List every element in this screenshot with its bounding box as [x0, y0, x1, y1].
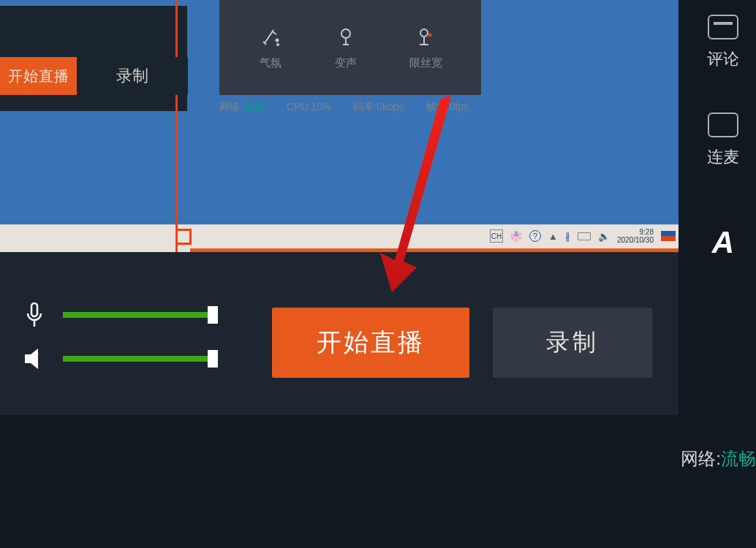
crop-handle[interactable] [175, 229, 192, 245]
svg-point-1 [277, 44, 279, 45]
bitrate-stat: 码率:0kbps [353, 101, 404, 114]
cpu-stat: CPU:10% [287, 101, 331, 114]
slider-knob[interactable] [208, 350, 218, 368]
help-icon: ? [529, 230, 541, 242]
stats-bar: 网络:连畅 CPU:10% 码率:0kbps 帧率:0fps [219, 101, 481, 114]
start-live-button-small[interactable]: 开始直播 [0, 57, 77, 95]
speaker-icon[interactable] [22, 349, 47, 369]
start-live-button[interactable]: 开始直播 [272, 308, 469, 378]
control-panel: 开始直播 录制 [0, 252, 678, 415]
preview-taskbar: CH 👘 ? ▲ ∦ 🔈 9:28 2020/10/30 [0, 224, 678, 252]
fps-stat: 帧率:0fps [426, 101, 469, 114]
mic-icon[interactable] [22, 302, 47, 328]
svg-point-2 [341, 29, 350, 38]
right-sidebar: 评论 连麦 A [690, 0, 756, 415]
voice-icon [334, 26, 358, 49]
svg-point-0 [276, 39, 278, 41]
system-tray: CH 👘 ? ▲ ∦ 🔈 9:28 2020/10/30 [490, 228, 676, 244]
gift-tool[interactable]: 限丝宽 [409, 26, 442, 70]
svg-point-3 [420, 29, 428, 37]
voice-tool[interactable]: 变声 [334, 26, 358, 70]
footer-network-status: 网络:流畅 [681, 447, 756, 471]
third-tab[interactable]: A [712, 225, 734, 260]
mic-volume-row [22, 302, 216, 328]
record-button-small[interactable]: 录制 [77, 57, 188, 95]
speaker-volume-slider[interactable] [63, 356, 216, 362]
bluetooth-icon: ∦ [565, 231, 570, 242]
mood-tool[interactable]: 气氛 [259, 26, 282, 70]
record-button[interactable]: 录制 [493, 308, 652, 378]
guide-line [175, 0, 178, 252]
slider-knob[interactable] [208, 306, 218, 324]
speaker-volume-row [22, 349, 216, 369]
svg-point-4 [428, 33, 432, 37]
main-preview-area: CH 👘 ? ▲ ∦ 🔈 9:28 2020/10/30 开始直播 录制 [0, 0, 678, 415]
network-stat: 网络:连畅 [219, 101, 265, 114]
volume-tray-icon: 🔈 [598, 231, 610, 242]
selection-edge [190, 248, 678, 252]
flag-icon [661, 231, 676, 241]
tools-panel: 气氛 变声 限丝宽 [219, 0, 481, 95]
mood-icon [259, 26, 282, 49]
comments-tab[interactable]: 评论 [707, 15, 739, 70]
connect-icon [708, 113, 738, 137]
tray-app-icon: 👘 [510, 231, 522, 242]
a-icon: A [712, 225, 734, 260]
lang-indicator: CH [490, 229, 503, 243]
tray-triangle-icon: ▲ [548, 231, 558, 242]
mic-volume-slider[interactable] [63, 312, 216, 318]
clock: 9:28 2020/10/30 [617, 228, 654, 244]
comments-icon [708, 15, 738, 39]
svg-rect-5 [31, 303, 37, 316]
connect-tab[interactable]: 连麦 [707, 113, 739, 168]
battery-icon [578, 232, 591, 240]
gift-icon [414, 26, 437, 49]
